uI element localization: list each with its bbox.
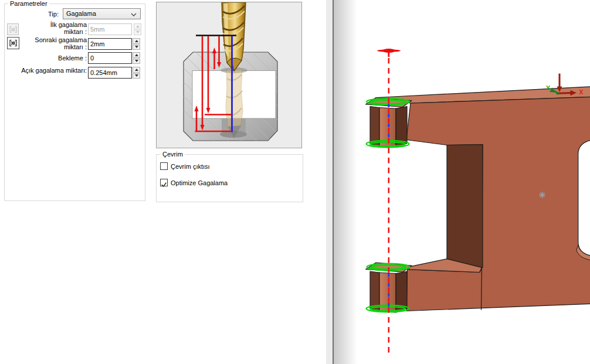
dwell-input[interactable] (88, 52, 132, 64)
cam-operation-parameters-screen: Parametreler Tip: Gagalama İlk gagalama … (0, 0, 590, 364)
stepper-up-button[interactable] (133, 52, 140, 58)
part-model (366, 87, 590, 313)
checkbox-cevrim-ciktisi[interactable] (160, 162, 168, 170)
type-dropdown[interactable]: Gagalama (63, 8, 141, 19)
panel-divider-strip (326, 0, 333, 364)
next-peck-label-line2: miktarı : (12, 43, 87, 50)
3d-viewport[interactable]: X Y (334, 0, 590, 364)
type-label: Tip: (35, 11, 59, 18)
clear-peck-label: Açık gagalama miktarı: (12, 67, 87, 74)
next-peck-stepper[interactable] (133, 38, 140, 50)
checkbox-cevrim-ciktisi-label: Çevrim çıktısı (171, 163, 210, 171)
x-axis-label: X (579, 89, 584, 96)
stepper-down-button (134, 30, 141, 36)
dwell-label: Bekleme : (12, 55, 87, 62)
parameters-group-title: Parametreler (8, 0, 49, 7)
cycle-group-title: Çevrim (161, 151, 185, 158)
y-axis-label: Y (546, 84, 550, 91)
stepper-down-button[interactable] (133, 73, 140, 79)
clear-peck-input[interactable] (88, 67, 132, 79)
next-peck-input[interactable] (88, 38, 132, 50)
drill-ghost (226, 69, 243, 138)
chevron-down-icon (131, 13, 137, 16)
rotate-center-icon (539, 192, 545, 198)
first-peck-label-line2: miktarı : (12, 28, 87, 35)
next-peck-label-line1: Sonraki gagalama (12, 36, 87, 43)
checkmark-icon (161, 181, 167, 188)
peck-preview-graphic (157, 2, 301, 148)
stepper-up-button (134, 23, 141, 29)
stepper-up-button[interactable] (133, 67, 140, 73)
type-dropdown-value: Gagalama (66, 10, 96, 17)
first-peck-label-line1: İlk gagalama (12, 21, 87, 28)
first-peck-stepper (134, 23, 141, 35)
checkbox-optimize-gagalama-label: Optimize Gagalama (171, 179, 228, 187)
cut-inner-wall (447, 145, 483, 268)
peck-drilling-preview-image (156, 2, 302, 148)
stepper-up-button[interactable] (133, 38, 140, 44)
first-peck-input (88, 23, 132, 35)
stepper-down-button[interactable] (133, 45, 140, 50)
clear-peck-stepper[interactable] (133, 67, 140, 79)
cycle-groupbox: Çevrim (156, 154, 303, 202)
viewport-edge-shadow (334, 0, 357, 364)
part-front-face (406, 97, 590, 311)
checkbox-optimize-gagalama[interactable] (160, 179, 168, 186)
stepper-down-button[interactable] (133, 59, 140, 64)
dwell-stepper[interactable] (133, 52, 140, 64)
